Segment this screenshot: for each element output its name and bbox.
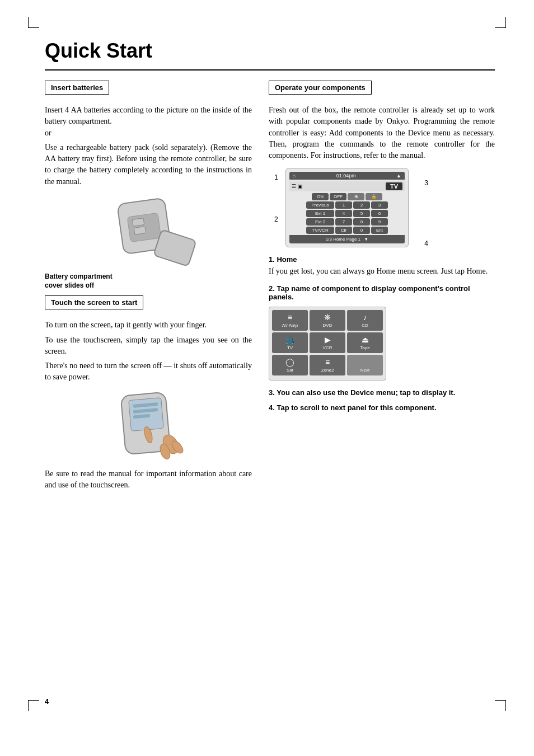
next-icon — [349, 358, 381, 367]
remote-time: 01:04pm — [336, 173, 356, 179]
svg-rect-3 — [134, 227, 146, 235]
svg-rect-4 — [153, 229, 196, 266]
callout-2: 2 — [274, 215, 278, 223]
btn-4: 4 — [335, 210, 352, 217]
battery-illustration — [92, 195, 204, 268]
zone2-icon: ≡ — [311, 358, 344, 367]
battery-image-area — [45, 195, 252, 268]
remote-diagram: ⌂ 01:04pm ▲ ☰ ▣ TV ON OFF ⊕ 🔒 — [285, 168, 409, 247]
item-scroll-label: 4. Tap to scroll to next panel for this … — [269, 403, 495, 412]
callout-1: 1 — [274, 173, 278, 181]
btn-previous: Previous — [306, 201, 334, 209]
callout-3: 3 — [424, 179, 428, 187]
btn-8: 8 — [353, 218, 370, 226]
section-operate: Operate your components — [269, 81, 495, 100]
item-device-label: 3. You can also use the Device menu; tap… — [269, 388, 495, 397]
content-columns: Insert batteries Insert 4 AA batteries a… — [45, 81, 495, 494]
btn-1: 1 — [335, 201, 352, 209]
btn-tvvcr: TV/VCR — [306, 227, 334, 234]
btn-ext1: Ext 1 — [306, 210, 334, 217]
sat-icon: ◯ — [274, 358, 306, 367]
item-tap-label: 2. Tap name of component to display comp… — [269, 284, 495, 301]
corner-mark-tl — [28, 17, 39, 28]
comp-tv: 📺 TV — [272, 332, 308, 353]
comp-next: Next — [347, 355, 383, 375]
btn-on: ON — [312, 193, 329, 200]
remote-onoff-row: ON OFF ⊕ 🔒 — [289, 193, 405, 200]
btn-extra2: 🔒 — [366, 193, 382, 200]
section-touchscreen: Touch the screen to start — [45, 295, 252, 315]
btn-ext2: Ext 2 — [306, 218, 334, 226]
corner-mark-bl — [28, 700, 39, 711]
remote-expand-icon: ▲ — [396, 173, 401, 179]
corner-mark-tr — [495, 17, 506, 28]
tape-icon: ⏏ — [349, 335, 381, 344]
item-scroll: 4. Tap to scroll to next panel for this … — [269, 403, 495, 412]
btn-6: 6 — [371, 210, 388, 217]
cd-icon: ♪ — [349, 313, 381, 322]
comp-row-3: ◯ Sat ≡ Zone2 Next — [272, 355, 383, 375]
btn-9: 9 — [371, 218, 388, 226]
btn-extra1: ⊕ — [348, 193, 364, 200]
btn-clr: Clr — [335, 227, 352, 234]
right-column: Operate your components Fresh out of the… — [269, 81, 495, 494]
comp-row-2: 📺 TV ▶ VCR ⏏ Tape — [272, 332, 383, 353]
touchscreen-illustration — [92, 391, 204, 464]
component-panel: ≡ AV Amp ❋ DVD ♪ CD — [269, 307, 386, 381]
remote-diagram-wrapper: 1 2 3 4 ⌂ 01:04pm ▲ ☰ ▣ TV — [274, 168, 431, 247]
btn-5: 5 — [353, 210, 370, 217]
remote-home-icon: ⌂ — [293, 173, 296, 179]
btn-ent: Ent — [371, 227, 388, 234]
operate-intro: Fresh out of the box, the remote control… — [269, 105, 495, 161]
remote-prev-row: Previous 1 2 3 — [289, 201, 405, 209]
comp-cd: ♪ CD — [347, 310, 383, 331]
comp-zone2: ≡ Zone2 — [310, 355, 345, 375]
battery-caption: Battery compartment cover slides off — [45, 273, 252, 290]
corner-mark-br — [495, 700, 506, 711]
touch-p3: There's no need to turn the screen off —… — [45, 360, 252, 383]
operate-heading: Operate your components — [269, 81, 372, 95]
touch-p4: Be sure to read the manual for important… — [45, 468, 252, 491]
btn-2: 2 — [353, 201, 370, 209]
remote-ext1-row: Ext 1 4 5 6 — [289, 210, 405, 217]
insert-batteries-p1: Insert 4 AA batteries according to the p… — [45, 105, 252, 139]
callout-4: 4 — [424, 240, 428, 247]
item-home: 1. Home If you get lost, you can always … — [269, 255, 495, 277]
insert-batteries-heading: Insert batteries — [45, 81, 109, 95]
item-home-label: 1. Home — [269, 255, 495, 264]
page-number: 4 — [45, 697, 49, 706]
page: Quick Start Insert batteries Insert 4 AA… — [0, 0, 534, 756]
touchscreen-heading: Touch the screen to start — [45, 295, 143, 309]
comp-av-amp: ≡ AV Amp — [272, 310, 308, 331]
tv-icon: 📺 — [274, 335, 306, 344]
insert-batteries-p2: Use a rechargeable battery pack (sold se… — [45, 142, 252, 187]
touch-p2: To use the touchscreen, simply tap the i… — [45, 335, 252, 358]
remote-bottom-bar: 1/3 Home Page 1 ▼ — [289, 235, 405, 243]
comp-dvd: ❋ DVD — [310, 310, 345, 331]
item-home-text: If you get lost, you can always go Home … — [269, 266, 495, 277]
page-title: Quick Start — [45, 39, 495, 63]
comp-tape: ⏏ Tape — [347, 332, 383, 353]
remote-tv-label: TV — [386, 182, 402, 190]
comp-row-1: ≡ AV Amp ❋ DVD ♪ CD — [272, 310, 383, 331]
remote-ext2-row: Ext 2 7 8 9 — [289, 218, 405, 226]
section-insert-batteries: Insert batteries — [45, 81, 252, 100]
svg-rect-2 — [132, 218, 144, 227]
item-device-menu: 3. You can also use the Device menu; tap… — [269, 388, 495, 397]
remote-icons: ☰ ▣ — [292, 184, 303, 189]
av-amp-icon: ≡ — [274, 313, 306, 322]
remote-header-row: ⌂ 01:04pm ▲ — [289, 172, 405, 180]
item-tap-component: 2. Tap name of component to display comp… — [269, 284, 495, 381]
btn-7: 7 — [335, 218, 352, 226]
btn-3: 3 — [371, 201, 388, 209]
left-column: Insert batteries Insert 4 AA batteries a… — [45, 81, 252, 494]
comp-sat: ◯ Sat — [272, 355, 308, 375]
btn-off: OFF — [330, 193, 346, 200]
touchscreen-image-area — [45, 391, 252, 464]
remote-tv-row: ☰ ▣ TV — [289, 181, 405, 191]
touch-p1: To turn on the screen, tap it gently wit… — [45, 320, 252, 331]
remote-vcr-row: TV/VCR Clr 0 Ent — [289, 227, 405, 234]
comp-vcr: ▶ VCR — [310, 332, 345, 353]
vcr-icon: ▶ — [311, 335, 344, 344]
title-divider — [45, 69, 495, 71]
